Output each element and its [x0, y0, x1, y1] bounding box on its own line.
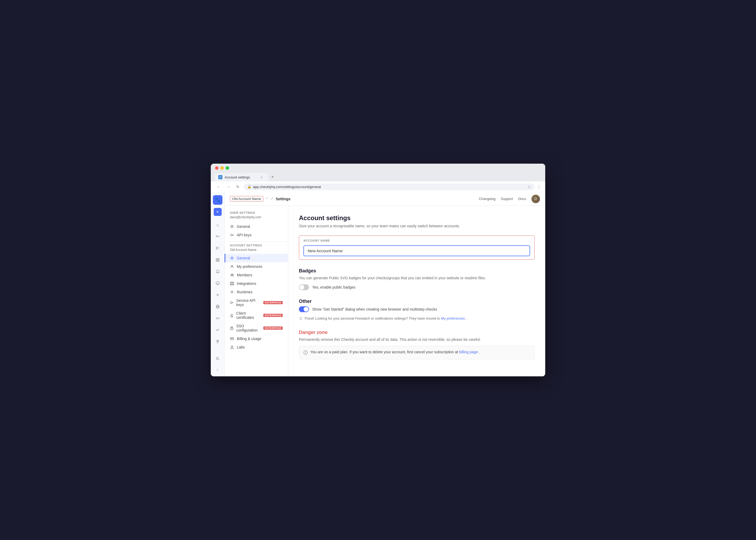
- traffic-light-green[interactable]: [226, 166, 229, 170]
- other-toggle-label: Show "Get Started" dialog when creating …: [312, 307, 437, 311]
- svg-point-47: [232, 329, 232, 329]
- tool-nav-icon[interactable]: [213, 290, 223, 300]
- content-area: USER SETTINGS dana@checklyhq.com General…: [225, 206, 545, 376]
- bookmark-button[interactable]: ☆: [528, 185, 531, 189]
- sidebar-expand-button[interactable]: ›: [214, 366, 221, 373]
- sidebar-label-api-keys: API keys: [237, 233, 251, 237]
- badges-toggle[interactable]: [299, 284, 309, 290]
- account-name-label: ACCOUNT NAME: [303, 239, 530, 242]
- billing-icon: [230, 337, 234, 341]
- traffic-light-red[interactable]: [215, 166, 219, 170]
- sidebar-label-runtimes: Runtimes: [237, 290, 253, 294]
- badges-title: Badges: [299, 268, 535, 274]
- sidebar-item-my-preferences[interactable]: My preferences: [225, 262, 288, 271]
- changelog-link[interactable]: Changelog: [479, 197, 495, 201]
- docs-link[interactable]: Docs: [518, 197, 526, 201]
- sidebar-label-integrations: Integrations: [237, 281, 256, 286]
- user-plus-nav-icon[interactable]: [213, 354, 223, 364]
- list-nav-icon[interactable]: [213, 243, 223, 253]
- address-input[interactable]: 🔒 app.checklyhq.com/settings/account/gen…: [244, 184, 535, 190]
- sidebar-item-sso-configuration[interactable]: SSO configuration ENTERPRISE: [225, 322, 288, 335]
- sidebar-item-api-keys[interactable]: API keys: [225, 231, 288, 239]
- sidebar-label-user-general: General: [237, 224, 250, 229]
- sidebar-item-service-api-keys[interactable]: Service API keys ENTERPRISE: [225, 296, 288, 309]
- sidebar: USER SETTINGS dana@checklyhq.com General…: [225, 206, 288, 376]
- tab-favicon: ✓: [218, 175, 223, 179]
- home-nav-icon[interactable]: ⌂: [213, 220, 223, 230]
- svg-point-25: [231, 234, 233, 236]
- user-email: dana@checklyhq.com: [225, 215, 288, 219]
- app-logo: 🐾: [213, 195, 223, 205]
- chart-nav-icon[interactable]: [213, 325, 223, 335]
- globe-nav-icon[interactable]: [213, 302, 223, 311]
- sidebar-item-account-general[interactable]: General: [225, 254, 288, 262]
- code-nav-icon[interactable]: [213, 314, 223, 323]
- pin-nav-icon[interactable]: [213, 337, 223, 346]
- badges-description: You can generate Public SVG badges for y…: [299, 276, 535, 280]
- my-preferences-link[interactable]: My preferences: [441, 317, 465, 321]
- sidebar-divider: [225, 241, 288, 242]
- sidebar-label-account-general: General: [237, 256, 250, 260]
- svg-point-29: [232, 258, 233, 259]
- breadcrumb-settings: Settings: [276, 197, 290, 201]
- sidebar-label-my-preferences: My preferences: [237, 264, 262, 269]
- account-name-form-group: ACCOUNT NAME: [299, 235, 535, 260]
- sidebar-item-user-general[interactable]: General: [225, 222, 288, 231]
- icon-bar: 🐾 + ⌂: [211, 192, 225, 376]
- user-avatar[interactable]: D: [531, 195, 540, 203]
- refresh-button[interactable]: ↻: [234, 183, 242, 191]
- back-button[interactable]: ←: [215, 183, 223, 191]
- api-keys-icon: [230, 233, 234, 237]
- svg-rect-7: [218, 260, 219, 261]
- badges-section: Badges You can generate Public SVG badge…: [299, 268, 535, 290]
- sidebar-item-members[interactable]: Members: [225, 271, 288, 279]
- grid-nav-icon[interactable]: [213, 255, 223, 265]
- sidebar-item-labs[interactable]: Labs: [225, 343, 288, 351]
- new-tab-button[interactable]: +: [268, 172, 277, 182]
- billing-page-link[interactable]: billing page: [459, 350, 478, 354]
- support-link[interactable]: Support: [501, 197, 513, 201]
- activity-nav-icon[interactable]: [213, 232, 223, 241]
- other-section: Other Show "Get Started" dialog when cre…: [299, 299, 535, 321]
- preferences-info-text: Pssst! Looking for your personal Firewat…: [305, 317, 467, 321]
- svg-rect-5: [218, 258, 219, 260]
- tab-close-button[interactable]: ×: [260, 175, 264, 179]
- sidebar-account-name: Old Account Name: [225, 248, 288, 252]
- svg-rect-8: [216, 282, 219, 284]
- sso-icon: [230, 326, 234, 330]
- browser-tab[interactable]: ✓ Account settings ×: [215, 173, 268, 182]
- other-toggle[interactable]: [299, 306, 309, 312]
- address-text: app.checklyhq.com/settings/account/gener…: [253, 185, 526, 189]
- sidebar-label-labs: Labs: [237, 345, 245, 349]
- bell-nav-icon[interactable]: [213, 267, 223, 276]
- info-circle-icon: [303, 350, 308, 355]
- badges-toggle-knob: [299, 285, 304, 290]
- svg-rect-40: [233, 284, 234, 285]
- account-general-icon: [230, 256, 234, 260]
- sidebar-item-billing[interactable]: Billing & usage: [225, 335, 288, 343]
- labs-icon: [230, 345, 234, 349]
- danger-zone-box: You are on a paid plan. If you want to d…: [299, 346, 535, 359]
- svg-point-42: [230, 302, 232, 304]
- account-name-input[interactable]: [303, 245, 530, 256]
- sidebar-label-service-api-keys: Service API keys: [236, 298, 260, 307]
- svg-line-19: [217, 317, 218, 319]
- service-api-keys-icon: [230, 301, 234, 305]
- svg-point-20: [217, 341, 218, 341]
- forward-button[interactable]: →: [225, 183, 232, 191]
- account-switcher-chevron[interactable]: ⌃: [266, 197, 268, 201]
- account-name-badge[interactable]: Old Account Name: [230, 196, 263, 202]
- traffic-light-yellow[interactable]: [220, 166, 224, 170]
- svg-point-32: [232, 274, 233, 275]
- sidebar-item-client-certificates[interactable]: Client certificates ENTERPRISE: [225, 309, 288, 322]
- sidebar-item-integrations[interactable]: Integrations: [225, 279, 288, 288]
- svg-rect-48: [230, 338, 234, 340]
- danger-zone-title: Danger zone: [299, 330, 535, 335]
- svg-rect-35: [230, 284, 232, 285]
- new-check-button[interactable]: +: [214, 208, 222, 216]
- sidebar-item-runtimes[interactable]: Runtimes: [225, 288, 288, 296]
- monitor-nav-icon[interactable]: [213, 279, 223, 288]
- browser-menu-button[interactable]: ⋮: [537, 184, 541, 190]
- svg-rect-34: [233, 282, 234, 283]
- danger-zone-section: Danger zone Permanently remove this Chec…: [299, 330, 535, 359]
